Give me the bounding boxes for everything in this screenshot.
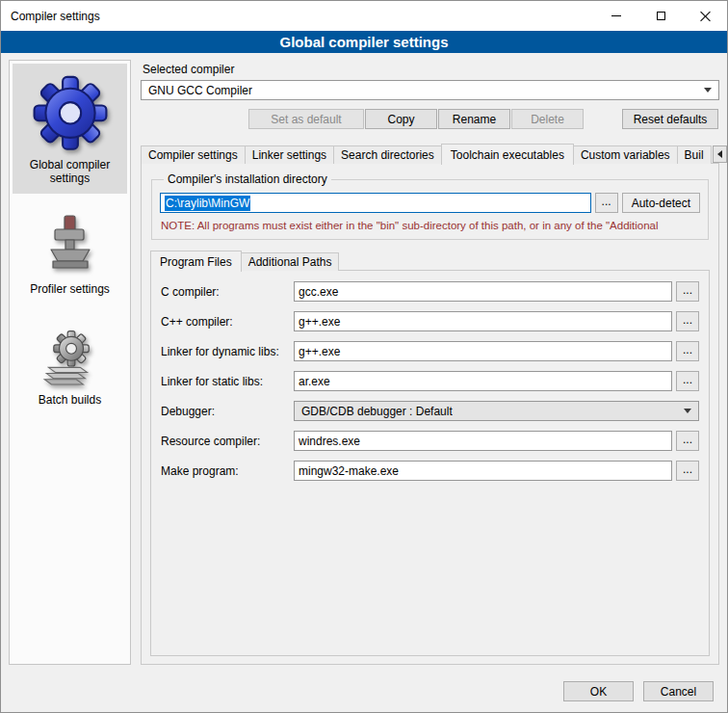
browse-button[interactable]: ... [676,311,699,331]
make-program-input[interactable] [294,461,672,481]
sidebar-item-label: Profiler settings [30,282,110,296]
tab-toolchain-executables[interactable]: Toolchain executables [441,144,574,165]
compiler-actions: Set as default Copy Rename Delete Reset … [141,109,719,129]
browse-button[interactable]: ... [676,281,699,302]
ok-button[interactable]: OK [563,681,634,701]
maximize-icon [657,12,665,20]
subtab-program-files[interactable]: Program Files [150,251,242,272]
sidebar-item-profiler-settings[interactable]: Profiler settings [13,205,127,304]
dialog-footer: OK Cancel [1,673,727,712]
browse-button[interactable]: ... [676,371,699,391]
rename-button[interactable]: Rename [438,109,510,129]
batch-builds-icon [39,324,102,387]
close-button[interactable] [683,1,727,31]
field-row: Linker for dynamic libs: ... [161,341,699,361]
sidebar-item-label: Batch builds [39,393,101,407]
delete-button: Delete [511,109,584,129]
sidebar-item-global-compiler-settings[interactable]: Global compiler settings [13,64,127,194]
selected-compiler-dropdown[interactable]: GNU GCC Compiler [141,80,719,100]
field-row: Linker for static libs: ... [161,371,699,391]
main-panel: Selected compiler GNU GCC Compiler Set a… [141,60,719,665]
field-row: Debugger: GDB/CDB debugger : Default [161,401,699,421]
browse-button[interactable]: ... [595,193,618,213]
installation-directory-row: C:\raylib\MinGW ... Auto-detect [160,193,700,213]
titlebar: Compiler settings [1,1,727,31]
minimize-icon [611,15,621,16]
field-label: C compiler: [161,285,294,299]
browse-button[interactable]: ... [676,461,699,481]
field-label: C++ compiler: [161,315,294,329]
sub-tab-bar: Program Files Additional Paths [150,251,710,271]
note-text: NOTE: All programs must exist either in … [161,220,699,231]
tab-compiler-settings[interactable]: Compiler settings [141,145,246,164]
compiler-settings-window: Compiler settings Global compiler settin… [0,0,728,713]
debugger-dropdown[interactable]: GDB/CDB debugger : Default [294,401,699,421]
browse-button[interactable]: ... [676,431,699,451]
tab-build-options[interactable]: Buil [677,145,712,164]
set-as-default-button: Set as default [248,109,364,129]
maximize-button[interactable] [638,1,683,31]
titlebar-buttons [594,1,727,31]
field-label: Resource compiler: [161,435,294,448]
tab-scroll-left-button[interactable] [713,145,727,163]
debugger-value: GDB/CDB debugger : Default [301,405,453,418]
installation-directory-group-title: Compiler's installation directory [164,172,331,186]
minimize-button[interactable] [594,1,638,31]
tab-linker-settings[interactable]: Linker settings [245,145,334,164]
installation-directory-group: Compiler's installation directory C:\ray… [151,172,709,240]
field-label: Debugger: [161,405,294,418]
field-row: Resource compiler: ... [161,431,699,451]
window-title: Compiler settings [1,10,100,23]
profiler-icon [39,213,101,277]
reset-defaults-button[interactable]: Reset defaults [622,109,718,129]
field-row: C++ compiler: ... [161,311,699,331]
field-label: Make program: [161,464,294,478]
dynamic-linker-input[interactable] [294,341,672,361]
sidebar-item-batch-builds[interactable]: Batch builds [13,316,127,415]
cancel-button[interactable]: Cancel [643,681,714,701]
browse-button[interactable]: ... [676,341,699,361]
tab-bar: Compiler settings Linker settings Search… [141,144,719,164]
tab-scrollers [712,145,728,164]
c-compiler-input[interactable] [294,281,672,302]
sidebar: Global compiler settings Profiler settin… [9,60,131,665]
selected-compiler-label: Selected compiler [143,63,717,76]
resource-compiler-input[interactable] [294,431,672,451]
selected-compiler-value: GNU GCC Compiler [148,84,252,97]
auto-detect-button[interactable]: Auto-detect [622,193,700,213]
field-label: Linker for dynamic libs: [161,345,294,358]
field-label: Linker for static libs: [161,375,294,388]
installation-directory-input[interactable]: C:\raylib\MinGW [160,193,591,213]
field-row: Make program: ... [161,461,699,481]
tab-search-directories[interactable]: Search directories [333,145,442,164]
dropdown-arrow-icon [684,409,691,413]
left-arrow-icon [717,150,722,158]
sidebar-item-label: Global compiler settings [14,158,125,185]
close-icon [700,11,711,21]
program-files-panel: C compiler: ... C++ compiler: ... Linker… [150,270,710,656]
installation-directory-selected-text: C:\raylib\MinGW [165,196,250,211]
copy-button[interactable]: Copy [365,109,437,129]
field-row: C compiler: ... [161,281,699,302]
gear-icon [30,71,111,152]
subtab-additional-paths[interactable]: Additional Paths [241,252,340,271]
cpp-compiler-input[interactable] [294,311,672,331]
dialog-body: Global compiler settings Profiler settin… [1,53,727,673]
toolchain-executables-panel: Compiler's installation directory C:\ray… [141,163,719,665]
static-linker-input[interactable] [294,371,672,391]
header-banner: Global compiler settings [1,31,727,53]
tab-custom-variables[interactable]: Custom variables [573,145,678,164]
dropdown-arrow-icon [704,88,712,92]
